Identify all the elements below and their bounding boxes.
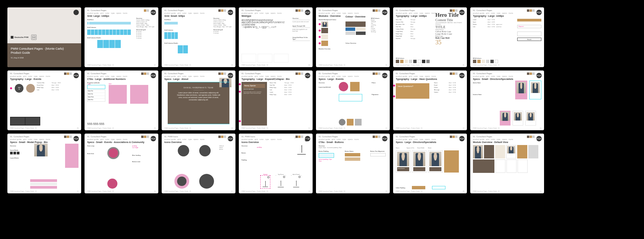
section-label: Grid Columns <box>87 27 131 28</box>
page-header: 01. Consultant Pages <box>10 136 29 138</box>
page-specs-small-directors[interactable]: PDF 01. Consultant Pages product guide ·… <box>470 70 544 130</box>
swatch-icon <box>218 136 221 138</box>
page-typography-bio[interactable]: PDF 01. Consultant Pages product guide ·… <box>239 70 313 130</box>
swatch-icon <box>301 9 303 12</box>
swatch-icon <box>141 136 144 138</box>
page-title: Typography · Large · Events <box>10 78 41 80</box>
date-badge <box>107 147 119 159</box>
swatch-icon <box>64 136 66 138</box>
swatch-icon <box>373 9 375 12</box>
page-grid-large[interactable]: PDF 01. Consultant Pages product guide ·… <box>85 7 158 67</box>
pdf-badge-icon: PDF <box>73 136 79 141</box>
swatch-icon <box>67 73 69 75</box>
page-specs-events[interactable]: PDF 01. Consultant Pages product guide ·… <box>316 70 390 130</box>
color-swatch <box>356 32 366 35</box>
page-typography-hero[interactable]: PDF 01. Consultant Pages product guide ·… <box>393 7 467 67</box>
swatch-icon <box>224 9 226 12</box>
swatch-icon <box>452 73 455 75</box>
breadcrumb: product guide · grid · color · type · sp… <box>396 12 436 14</box>
event-badge <box>350 82 360 91</box>
annotated-panel <box>130 85 148 104</box>
pdf-badge-icon: PDF <box>151 136 156 141</box>
logo-secondary-icon <box>31 35 37 40</box>
section-label: Pagination <box>372 94 387 95</box>
swatch-icon <box>221 136 223 138</box>
note-line: body class applied to set base font <box>292 29 310 32</box>
page-title: Specs · Small · Modal Popup · Bio <box>10 141 48 143</box>
swatch-icon <box>298 73 301 75</box>
breadcrumb: product guide · grid · color · type · sp… <box>164 138 205 140</box>
cover-title-line1: PWM Consultant Pages · (Monte Carlo) <box>11 47 78 51</box>
page-modules-colour[interactable]: PDF 02. Consultant Pages product guide ·… <box>316 7 390 67</box>
page-module-overview[interactable]: PDF 01. Consultant Pages product guide ·… <box>470 134 544 193</box>
page-number: 21 <box>540 190 541 192</box>
table-cell: Arial <box>411 31 433 32</box>
annotated-bar <box>30 179 57 182</box>
breadcrumb: product guide · grid · color · type · sp… <box>241 138 282 140</box>
cover-title-line2: Product Guide <box>11 51 78 55</box>
cover-version: V1 | Aug 14 2018 <box>11 57 78 59</box>
page-footer: PWM Consultant Pages · Product Guide · V… <box>319 64 345 66</box>
page-title: Typography · Large · Expand/Collapse · B… <box>241 78 290 80</box>
page-header: 02. Consultant Pages <box>319 9 338 11</box>
swatch-icon <box>532 9 535 12</box>
page-ctas-small[interactable]: PDF 01. Consultant Pages product guide ·… <box>316 134 390 193</box>
swatch-icon <box>147 136 149 138</box>
page-icons-overview-2[interactable]: PDF 01. PWM Icons product guide · grid ·… <box>239 134 313 193</box>
page-footer: PWM Consultant Pages · Product Guide · V… <box>164 127 191 129</box>
label: Link <box>37 89 50 91</box>
thumbnail-preview <box>321 41 328 46</box>
type-sample: Large Body Copy <box>435 33 464 35</box>
martini-icon <box>276 175 286 189</box>
type-sample: Content Title <box>435 18 464 22</box>
annotation-dot-icon <box>239 120 241 122</box>
page-number: 09 <box>154 127 156 129</box>
label: Body Copy <box>37 87 50 88</box>
section-label: Button States <box>345 150 360 152</box>
swatch-icon <box>147 9 149 12</box>
section-label: Bottom state <box>132 161 156 162</box>
page-specs-about[interactable]: PDF 01. Consultant Pages product guide ·… <box>162 70 235 130</box>
sample-bar <box>432 186 445 189</box>
page-specs-small-events[interactable]: PDF 01. Consultant Pages product guide ·… <box>85 134 158 193</box>
button-sample <box>370 153 386 156</box>
about-lorem: Lorem ipsum dolor sit amet, consectetur … <box>176 92 221 101</box>
page-ctas-large[interactable]: PDF 01. Consultant Pages product guide ·… <box>85 70 158 130</box>
cover-card[interactable]: Deutsche PVM PWM Consultant Pages · (Mon… <box>7 7 81 67</box>
date-badge <box>107 179 117 189</box>
page-grid-small[interactable]: PDF 01. Consultant Pages product guide ·… <box>162 7 235 67</box>
page-header: 01. Consultant Pages <box>241 9 261 11</box>
table-cell: Number <box>396 38 409 39</box>
table-cell: Arial <box>411 33 433 35</box>
page-number: 14 <box>540 127 541 129</box>
swatch-icon <box>218 73 221 75</box>
page-number: 03 <box>231 64 233 66</box>
team-name: DANIEL HABERMAN'S TEAM <box>176 87 221 89</box>
page-typography-questions[interactable]: PDF 01. Consultant Pages product guide ·… <box>393 70 467 130</box>
card-preview <box>525 111 536 126</box>
page-icons-overview-1[interactable]: PDF 01. PWM Icons product guide · grid ·… <box>162 134 235 193</box>
page-webtype[interactable]: PDF 01. Consultant Pages product guide ·… <box>239 7 313 67</box>
page-specs-modal-bio[interactable]: PDF 01. Consultant Pages product guide ·… <box>7 134 81 193</box>
page-typography-events[interactable]: PDF 01. Consultant Pages product guide ·… <box>7 70 81 130</box>
date-badge-alt <box>26 84 35 93</box>
thumbnail-preview <box>321 34 328 40</box>
swatch-icon <box>452 9 455 12</box>
page-specs-large-directors[interactable]: PDF 01. Consultant Pages product guide ·… <box>393 134 467 193</box>
icon-preview <box>339 119 345 126</box>
page-typography-form[interactable]: PDF 01. Consultant Pages product guide ·… <box>470 7 544 67</box>
swatch-icon <box>298 9 301 12</box>
label: Event Date <box>37 84 50 86</box>
page-number: 02 <box>154 64 156 66</box>
page-number: 18 <box>309 190 310 192</box>
sample-bar <box>412 186 425 189</box>
sample-button: Search <box>517 38 541 41</box>
breadcrumb: product guide · grid · color · type · sp… <box>319 75 359 77</box>
swatch-icon <box>69 73 72 75</box>
card-active <box>515 81 527 99</box>
martini-icon <box>294 138 309 156</box>
label: Submit <box>434 91 447 93</box>
page-number: 12 <box>386 127 387 129</box>
pdf-badge-icon: PDF <box>151 73 156 78</box>
col-label: Name <box>396 147 405 149</box>
